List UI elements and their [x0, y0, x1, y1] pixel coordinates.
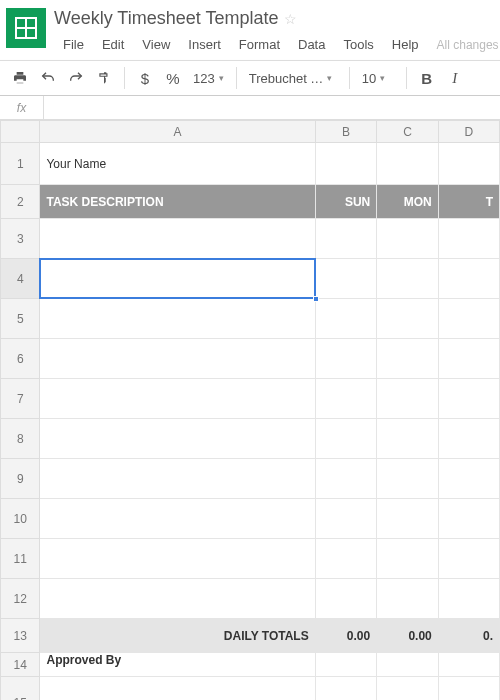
number-format-dropdown[interactable]: 123▾ — [187, 64, 230, 92]
bold-button[interactable]: B — [413, 64, 441, 92]
row-header[interactable]: 10 — [1, 499, 40, 539]
cell[interactable] — [377, 219, 439, 259]
row-header[interactable]: 6 — [1, 339, 40, 379]
cell[interactable] — [315, 219, 377, 259]
cell[interactable] — [40, 539, 315, 579]
cell[interactable] — [438, 459, 499, 499]
cell[interactable] — [438, 677, 499, 701]
row-header[interactable]: 4 — [1, 259, 40, 299]
cell[interactable] — [377, 539, 439, 579]
cell[interactable] — [377, 579, 439, 619]
undo-icon[interactable] — [34, 64, 62, 92]
fill-handle[interactable] — [313, 296, 319, 302]
header-task-description[interactable]: TASK DESCRIPTION — [40, 185, 315, 219]
menu-edit[interactable]: Edit — [93, 35, 133, 54]
col-header-C[interactable]: C — [377, 121, 439, 143]
cell[interactable] — [438, 653, 499, 677]
cell[interactable] — [438, 219, 499, 259]
row-header[interactable]: 8 — [1, 419, 40, 459]
cell[interactable] — [438, 379, 499, 419]
cell[interactable] — [377, 143, 439, 185]
spreadsheet-grid[interactable]: A B C D 1 Your Name 2 TASK DESCRIPTION S… — [0, 120, 500, 700]
cell[interactable] — [40, 579, 315, 619]
row-header[interactable]: 2 — [1, 185, 40, 219]
cell[interactable] — [315, 653, 377, 677]
menu-format[interactable]: Format — [230, 35, 289, 54]
cell[interactable] — [40, 299, 315, 339]
header-sun[interactable]: SUN — [315, 185, 377, 219]
cell[interactable] — [438, 539, 499, 579]
cell[interactable] — [40, 339, 315, 379]
sheets-logo[interactable] — [6, 8, 46, 48]
cell-name[interactable]: Your Name — [40, 143, 315, 185]
cell[interactable] — [438, 143, 499, 185]
menu-help[interactable]: Help — [383, 35, 428, 54]
menu-file[interactable]: File — [54, 35, 93, 54]
cell[interactable] — [315, 499, 377, 539]
cell[interactable] — [438, 259, 499, 299]
cell[interactable] — [40, 219, 315, 259]
col-header-D[interactable]: D — [438, 121, 499, 143]
cell[interactable] — [315, 459, 377, 499]
cell[interactable] — [377, 677, 439, 701]
print-icon[interactable] — [6, 64, 34, 92]
cell[interactable] — [377, 259, 439, 299]
daily-totals-label[interactable]: DAILY TOTALS — [40, 619, 315, 653]
cell[interactable] — [315, 143, 377, 185]
row-header[interactable]: 9 — [1, 459, 40, 499]
row-header[interactable]: 13 — [1, 619, 40, 653]
cell[interactable] — [315, 539, 377, 579]
font-size-dropdown[interactable]: 10▾ — [356, 64, 400, 92]
cell[interactable] — [40, 499, 315, 539]
cell[interactable] — [438, 419, 499, 459]
cell[interactable] — [377, 499, 439, 539]
header-mon[interactable]: MON — [377, 185, 439, 219]
cell[interactable] — [315, 677, 377, 701]
col-header-A[interactable]: A — [40, 121, 315, 143]
total-tue[interactable]: 0. — [438, 619, 499, 653]
redo-icon[interactable] — [62, 64, 90, 92]
font-family-dropdown[interactable]: Trebuchet …▾ — [243, 64, 343, 92]
approved-by-label[interactable]: Approved By — [40, 653, 315, 677]
cell[interactable] — [315, 339, 377, 379]
row-header[interactable]: 12 — [1, 579, 40, 619]
select-all-corner[interactable] — [1, 121, 40, 143]
row-header[interactable]: 7 — [1, 379, 40, 419]
cell[interactable] — [377, 379, 439, 419]
row-header[interactable]: 3 — [1, 219, 40, 259]
menu-data[interactable]: Data — [289, 35, 334, 54]
cell[interactable] — [377, 459, 439, 499]
cell[interactable] — [377, 299, 439, 339]
cell[interactable] — [315, 379, 377, 419]
cell[interactable] — [438, 499, 499, 539]
cell[interactable] — [438, 299, 499, 339]
total-sun[interactable]: 0.00 — [315, 619, 377, 653]
format-percent-button[interactable]: % — [159, 64, 187, 92]
row-header[interactable]: 15 — [1, 677, 40, 701]
cell[interactable] — [40, 459, 315, 499]
document-title[interactable]: Weekly Timesheet Template — [54, 8, 278, 29]
cell[interactable] — [315, 579, 377, 619]
row-header[interactable]: 5 — [1, 299, 40, 339]
italic-button[interactable]: I — [441, 64, 469, 92]
format-currency-button[interactable]: $ — [131, 64, 159, 92]
cell[interactable] — [315, 259, 377, 299]
row-header[interactable]: 14 — [1, 653, 40, 677]
menu-view[interactable]: View — [133, 35, 179, 54]
row-header[interactable]: 1 — [1, 143, 40, 185]
paint-format-icon[interactable] — [90, 64, 118, 92]
cell[interactable] — [40, 379, 315, 419]
star-icon[interactable]: ☆ — [284, 11, 297, 27]
col-header-B[interactable]: B — [315, 121, 377, 143]
cell[interactable] — [377, 419, 439, 459]
row-header[interactable]: 11 — [1, 539, 40, 579]
cell[interactable] — [438, 579, 499, 619]
cell[interactable] — [377, 653, 439, 677]
active-cell[interactable] — [40, 259, 315, 299]
cell[interactable] — [438, 339, 499, 379]
cell[interactable] — [315, 419, 377, 459]
cell[interactable] — [40, 677, 315, 701]
total-mon[interactable]: 0.00 — [377, 619, 439, 653]
cell[interactable] — [315, 299, 377, 339]
menu-insert[interactable]: Insert — [179, 35, 230, 54]
